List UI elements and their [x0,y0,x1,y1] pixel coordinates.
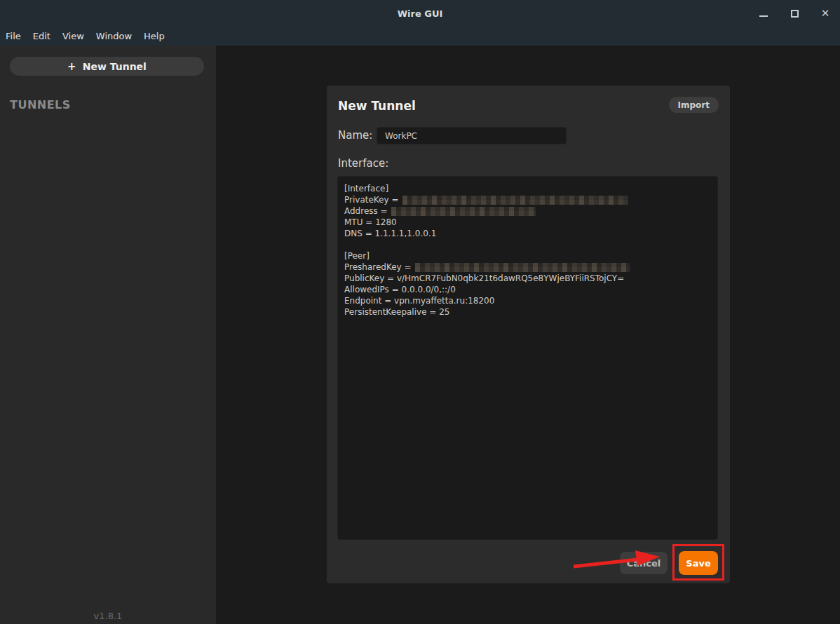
close-icon: ✕ [821,8,830,19]
redacted-value [391,207,536,216]
config-line: Endpoint = vpn.myaffetta.ru:18200 [344,295,711,306]
config-line: [Interface] [344,183,711,194]
close-button[interactable]: ✕ [818,6,833,21]
name-label: Name: [338,129,372,142]
config-line [344,239,711,250]
redacted-value [415,263,630,272]
window-titlebar: Wire GUI ✕ [0,0,840,27]
dialog-title: New Tunnel [338,99,416,113]
import-button[interactable]: Import [669,97,719,113]
menu-file[interactable]: File [5,29,22,43]
config-line: MTU = 1280 [344,217,711,228]
config-line: PublicKey = v/HmCR7FubN0qbk21t6dawRQ5e8Y… [344,273,711,284]
config-editor[interactable]: [Interface]PrivateKey = Address = MTU = … [337,176,718,540]
config-line: DNS = 1.1.1.1,1.0.0.1 [344,228,711,239]
config-line: AllowedIPs = 0.0.0.0/0,::/0 [344,284,711,295]
minimize-button[interactable] [756,6,771,21]
config-line: [Peer] [344,250,711,262]
name-input[interactable] [377,127,567,144]
config-line: Address = [344,205,711,217]
app-version: v1.8.1 [0,611,216,621]
new-tunnel-button[interactable]: + New Tunnel [10,57,204,76]
window-title: Wire GUI [398,8,443,19]
sidebar: + New Tunnel TUNNELS v1.8.1 [0,46,216,624]
interface-label: Interface: [338,157,388,170]
minimize-icon [759,15,768,17]
config-line: PrivateKey = [344,194,711,205]
config-line: PersistentKeepalive = 25 [344,306,711,318]
window-controls: ✕ [756,0,833,27]
menu-help[interactable]: Help [143,29,165,43]
redacted-value [402,196,628,205]
tunnels-section-header: TUNNELS [10,98,71,111]
maximize-button[interactable] [787,6,802,21]
menu-window[interactable]: Window [95,29,133,43]
new-tunnel-dialog: New Tunnel Import Name: Interface: [Inte… [327,86,730,583]
new-tunnel-button-label: New Tunnel [83,61,147,72]
save-button[interactable]: Save [679,551,718,575]
maximize-icon [791,10,799,18]
menu-edit[interactable]: Edit [32,29,51,43]
menu-view[interactable]: View [62,29,85,43]
plus-icon: + [67,60,76,73]
menubar: File Edit View Window Help [0,27,840,46]
cancel-button[interactable]: Cancel [620,552,668,574]
config-line: PresharedKey = [344,262,711,273]
